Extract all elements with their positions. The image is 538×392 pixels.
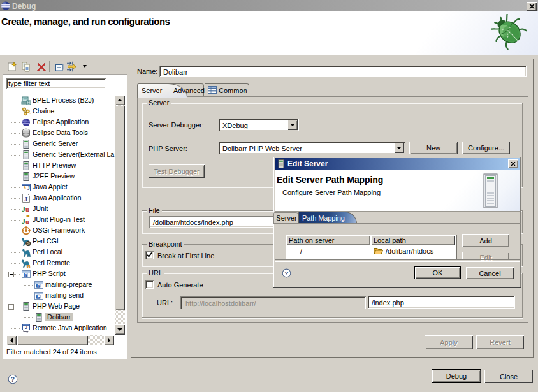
svg-text:P: P: [37, 294, 40, 299]
svg-text:?: ?: [11, 376, 15, 383]
svg-text:P: P: [24, 273, 27, 277]
svg-text:J: J: [24, 195, 28, 203]
svg-text:?: ?: [285, 270, 289, 277]
svg-text:u: u: [25, 218, 29, 225]
svg-text:J: J: [27, 185, 30, 191]
svg-text:P: P: [37, 284, 40, 288]
svg-text:u: u: [25, 206, 29, 213]
svg-text:J: J: [25, 325, 27, 330]
